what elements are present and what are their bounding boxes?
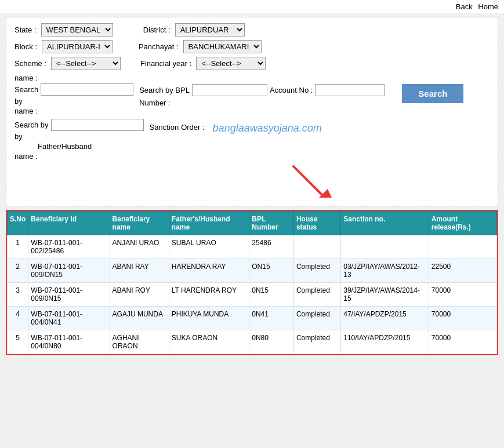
cell-5: Completed: [293, 307, 340, 330]
svg-line-1: [293, 166, 322, 195]
cell-6: 39/JZP/IAY/AWAS/2014-15: [341, 283, 429, 307]
table-row: 1WB-07-011-001-002/25486ANJANI URAOSUBAL…: [8, 235, 497, 259]
cell-3: PHIKUYA MUNDA: [169, 307, 249, 330]
cell-1: WB-07-011-001-004/0N41: [28, 307, 110, 330]
cell-3: HARENDRA RAY: [169, 259, 249, 283]
table-row: 3WB-07-011-001-009/0N15ABANI ROYLT HAREN…: [8, 283, 497, 307]
col-fathers-name: Father's/Husband name: [169, 212, 249, 235]
cell-2: ANJANI URAO: [110, 235, 169, 259]
cell-4: 0N15: [249, 283, 294, 307]
district-label: District :: [143, 26, 171, 34]
panchayat-label: Panchayat :: [139, 42, 179, 51]
account-no-label: Account No :: [270, 86, 313, 94]
cell-0: 4: [8, 307, 28, 330]
cell-6: 03/JZP/IAY/AWAS/2012-13: [341, 259, 429, 283]
search-form: State : WEST BENGAL District : ALIPURDUA…: [6, 17, 498, 206]
cell-2: ABANI ROY: [110, 283, 169, 307]
cell-0: 3: [8, 283, 28, 307]
block-select[interactable]: ALIPURDUAR-I: [42, 40, 113, 53]
cell-3: LT HARENDRA ROY: [169, 283, 249, 307]
cell-7: 70000: [429, 283, 496, 307]
scheme-label: Scheme :: [14, 59, 46, 68]
block-panchayat-row: Block : ALIPURDUAR-I Panchayat : BANCHUK…: [14, 40, 490, 53]
cell-0: 5: [8, 330, 28, 354]
results-table-container: S.No Beneficiary id Beneficiary name Fat…: [6, 210, 498, 355]
financial-year-label: Financial year :: [140, 59, 191, 68]
cell-3: SUKA ORAON: [169, 330, 249, 354]
district-select[interactable]: ALIPURDUAR: [175, 23, 245, 37]
block-label: Block :: [14, 42, 37, 51]
home-link[interactable]: Home: [478, 2, 498, 11]
cell-1: WB-07-011-001-004/0N80: [28, 330, 110, 354]
scheme-financial-row: Scheme : <--Select--> Financial year : <…: [14, 57, 490, 70]
account-no-input[interactable]: [315, 84, 385, 96]
cell-7: 22500: [429, 259, 496, 283]
col-sanction-no: Sanction no.: [341, 212, 429, 235]
father-husband-name-label: name :: [14, 152, 144, 161]
col-sno: S.No: [8, 212, 28, 235]
bpl-search-input[interactable]: [192, 84, 267, 96]
cell-2: AGHANI ORAON: [110, 330, 169, 354]
panchayat-select[interactable]: BANCHUKAMARI: [183, 40, 262, 53]
table-row: 4WB-07-011-001-004/0N41AGAJU MUNDAPHIKUY…: [8, 307, 497, 330]
by-label2: by: [14, 132, 23, 141]
table-row: 2WB-07-011-001-009/ON15ABANI RAYHARENDRA…: [8, 259, 497, 283]
by-label: by: [14, 97, 23, 105]
search-label: Search: [14, 85, 38, 94]
cell-6: 110/IAY/APDZP/2015: [341, 330, 429, 354]
cell-0: 1: [8, 235, 28, 259]
sanction-order-label: Sanction: [150, 123, 179, 132]
cell-6: [341, 235, 429, 259]
cell-5: Completed: [293, 259, 340, 283]
father-husband-label: Father/Husband: [38, 142, 144, 151]
cell-4: 25486: [249, 235, 294, 259]
arrow-indicator: [14, 161, 490, 198]
bpl-number-label: Number :: [139, 99, 170, 107]
cell-7: [429, 235, 496, 259]
cell-4: 0N80: [249, 330, 294, 354]
col-bpl-number: BPL Number: [249, 212, 294, 235]
scheme-select[interactable]: <--Select-->: [51, 57, 121, 70]
cell-5: Completed: [293, 330, 340, 354]
state-label: State :: [14, 26, 37, 34]
cell-2: AGAJU MUNDA: [110, 307, 169, 330]
sanction-order-label2: Order :: [181, 123, 204, 132]
search-name-input[interactable]: [41, 83, 133, 96]
beneficiary-name-label: name :: [14, 74, 133, 82]
cell-4: ON15: [249, 259, 294, 283]
name-label: name :: [14, 107, 133, 115]
cell-3: SUBAL URAO: [169, 235, 249, 259]
results-table: S.No Beneficiary id Beneficiary name Fat…: [7, 211, 497, 354]
cell-1: WB-07-011-001-002/25486: [28, 235, 110, 259]
cell-2: ABANI RAY: [110, 259, 169, 283]
cell-1: WB-07-011-001-009/0N15: [28, 283, 110, 307]
cell-7: 70000: [429, 307, 496, 330]
cell-0: 2: [8, 259, 28, 283]
back-link[interactable]: Back: [456, 2, 473, 11]
state-district-row: State : WEST BENGAL District : ALIPURDUA…: [14, 23, 490, 37]
cell-5: [293, 235, 340, 259]
col-house-status: House status: [293, 212, 340, 235]
top-navigation: Back Home: [0, 0, 504, 13]
table-row: 5WB-07-011-001-004/0N80AGHANI ORAONSUKA …: [8, 330, 497, 354]
col-beneficiary-name: Beneficiary name: [110, 212, 169, 235]
father-search-input[interactable]: [51, 119, 144, 131]
cell-4: 0N41: [249, 307, 294, 330]
col-amount-release: Amount release(Rs.): [429, 212, 496, 235]
financial-year-select[interactable]: <--Select-->: [196, 57, 266, 70]
state-select[interactable]: WEST BENGAL: [41, 23, 113, 37]
table-header-row: S.No Beneficiary id Beneficiary name Fat…: [8, 212, 497, 235]
cell-5: Completed: [293, 283, 340, 307]
cell-6: 47/IAY/APDZP/2015: [341, 307, 429, 330]
search-bpl-label: Search by BPL: [139, 86, 190, 94]
watermark-text: banglaawasyojana.com: [213, 122, 322, 134]
search-button[interactable]: Search: [402, 84, 463, 103]
cell-7: 70000: [429, 330, 496, 354]
col-beneficiary-id: Beneficiary id: [28, 212, 110, 235]
search-by-father-label: Search by: [14, 121, 49, 129]
cell-1: WB-07-011-001-009/ON15: [28, 259, 110, 283]
